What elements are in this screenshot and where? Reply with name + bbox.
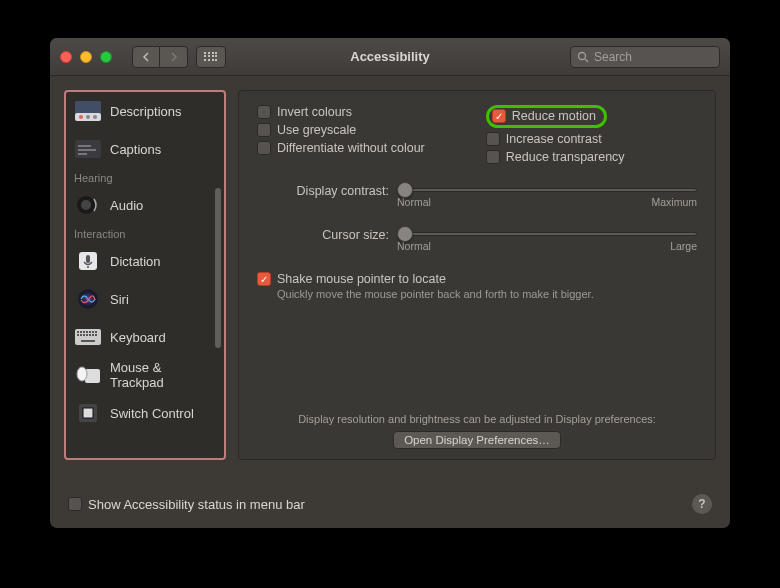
- descriptions-icon: [74, 99, 102, 123]
- display-contrast-label: Display contrast:: [257, 182, 389, 198]
- checkbox-label: Shake mouse pointer to locate: [277, 272, 446, 286]
- captions-icon: [74, 137, 102, 161]
- sidebar-section-hearing: Hearing: [66, 168, 224, 186]
- cursor-size-label: Cursor size:: [257, 226, 389, 242]
- svg-point-6: [93, 115, 97, 119]
- svg-rect-28: [86, 334, 88, 336]
- window-controls: [60, 51, 112, 63]
- sidebar-scrollbar[interactable]: [214, 98, 222, 452]
- search-icon: [577, 51, 589, 63]
- back-button[interactable]: [132, 46, 160, 68]
- settings-panel: Invert colours Use greyscale Differentia…: [238, 90, 716, 460]
- svg-rect-36: [83, 408, 93, 418]
- audio-icon: [74, 193, 102, 217]
- sidebar-item-label: Audio: [110, 198, 143, 213]
- svg-rect-25: [77, 334, 79, 336]
- svg-rect-19: [80, 331, 82, 333]
- checkbox-label: Increase contrast: [506, 132, 602, 146]
- checkbox-label: Differentiate without colour: [277, 141, 425, 155]
- mouse-trackpad-icon: [74, 363, 102, 387]
- dictation-icon: [74, 249, 102, 273]
- reduce-motion-highlight: ✓ Reduce motion: [486, 105, 607, 128]
- svg-rect-22: [89, 331, 91, 333]
- slider-min-label: Normal: [397, 240, 431, 252]
- keyboard-icon: [74, 325, 102, 349]
- svg-rect-14: [86, 255, 90, 263]
- sidebar-item-audio[interactable]: Audio: [66, 186, 224, 224]
- checkbox-label: Show Accessibility status in menu bar: [88, 497, 305, 512]
- sidebar-item-label: Descriptions: [110, 104, 182, 119]
- zoom-icon[interactable]: [100, 51, 112, 63]
- cursor-size-slider[interactable]: Normal Large: [397, 226, 697, 252]
- invert-colours-checkbox[interactable]: Invert colours: [257, 105, 486, 119]
- svg-rect-18: [77, 331, 79, 333]
- search-field[interactable]: Search: [570, 46, 720, 68]
- chevron-left-icon: [142, 52, 150, 62]
- reduce-motion-checkbox[interactable]: ✓ Reduce motion: [492, 109, 596, 123]
- show-status-checkbox[interactable]: Show Accessibility status in menu bar: [68, 497, 305, 512]
- checkmark-icon: ✓: [492, 109, 506, 123]
- sidebar-item-label: Siri: [110, 292, 129, 307]
- sidebar-item-siri[interactable]: Siri: [66, 280, 224, 318]
- slider-knob[interactable]: [397, 226, 413, 242]
- increase-contrast-checkbox[interactable]: Increase contrast: [486, 132, 697, 146]
- svg-point-4: [79, 115, 83, 119]
- svg-rect-26: [80, 334, 82, 336]
- display-preferences-note: Display resolution and brightness can be…: [257, 413, 697, 425]
- sidebar-item-switch-control[interactable]: Switch Control: [66, 394, 224, 432]
- slider-max-label: Maximum: [651, 196, 697, 208]
- sidebar-item-label: Keyboard: [110, 330, 166, 345]
- preferences-window: Accessibility Search Descriptions Capt: [50, 38, 730, 528]
- sidebar-item-descriptions[interactable]: Descriptions: [66, 92, 224, 130]
- svg-rect-31: [95, 334, 97, 336]
- sidebar-item-label: Dictation: [110, 254, 161, 269]
- slider-max-label: Large: [670, 240, 697, 252]
- close-icon[interactable]: [60, 51, 72, 63]
- sidebar-item-captions[interactable]: Captions: [66, 130, 224, 168]
- nav-buttons: [132, 46, 188, 68]
- checkbox-label: Use greyscale: [277, 123, 356, 137]
- svg-point-12: [81, 200, 91, 210]
- svg-point-34: [77, 367, 87, 381]
- shake-pointer-checkbox[interactable]: ✓ Shake mouse pointer to locate: [257, 272, 697, 286]
- help-button[interactable]: ?: [692, 494, 712, 514]
- sidebar-section-interaction: Interaction: [66, 224, 224, 242]
- grid-icon: [204, 52, 218, 62]
- forward-button[interactable]: [160, 46, 188, 68]
- svg-rect-20: [83, 331, 85, 333]
- svg-point-5: [86, 115, 90, 119]
- svg-rect-8: [78, 145, 91, 147]
- sidebar-item-label: Mouse & Trackpad: [110, 360, 216, 390]
- sidebar-item-mouse-trackpad[interactable]: Mouse & Trackpad: [66, 356, 224, 394]
- content-area: Descriptions Captions Hearing Audio Inte…: [50, 76, 730, 494]
- use-greyscale-checkbox[interactable]: Use greyscale: [257, 123, 486, 137]
- checkbox-label: Reduce motion: [512, 109, 596, 123]
- svg-line-1: [585, 59, 588, 62]
- titlebar: Accessibility Search: [50, 38, 730, 76]
- svg-rect-30: [92, 334, 94, 336]
- show-all-button[interactable]: [196, 46, 226, 68]
- help-icon: ?: [698, 497, 705, 511]
- open-display-preferences-button[interactable]: Open Display Preferences…: [393, 431, 561, 449]
- slider-knob[interactable]: [397, 182, 413, 198]
- sidebar-item-keyboard[interactable]: Keyboard: [66, 318, 224, 356]
- svg-rect-10: [78, 153, 87, 155]
- display-contrast-slider[interactable]: Normal Maximum: [397, 182, 697, 208]
- svg-rect-32: [81, 340, 95, 342]
- scrollbar-thumb[interactable]: [215, 188, 221, 348]
- checkbox-label: Invert colours: [277, 105, 352, 119]
- svg-rect-27: [83, 334, 85, 336]
- minimize-icon[interactable]: [80, 51, 92, 63]
- sidebar-item-dictation[interactable]: Dictation: [66, 242, 224, 280]
- reduce-transparency-checkbox[interactable]: Reduce transparency: [486, 150, 697, 164]
- sidebar-item-label: Captions: [110, 142, 161, 157]
- search-placeholder: Search: [594, 50, 632, 64]
- svg-rect-21: [86, 331, 88, 333]
- category-sidebar: Descriptions Captions Hearing Audio Inte…: [64, 90, 226, 460]
- siri-icon: [74, 287, 102, 311]
- switch-control-icon: [74, 401, 102, 425]
- slider-min-label: Normal: [397, 196, 431, 208]
- chevron-right-icon: [170, 52, 178, 62]
- svg-rect-23: [92, 331, 94, 333]
- differentiate-colour-checkbox[interactable]: Differentiate without colour: [257, 141, 486, 155]
